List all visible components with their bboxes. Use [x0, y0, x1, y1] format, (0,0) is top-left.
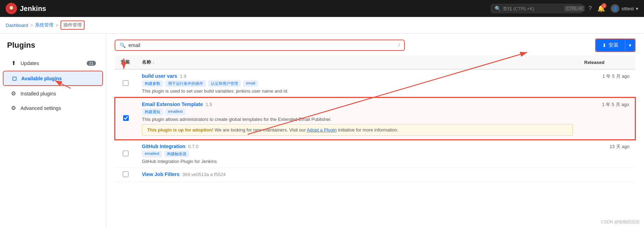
th-released: Released — [579, 55, 635, 69]
available-plugins-icon: ◻ — [11, 75, 18, 82]
plugin-tags-build-user-vars: 构建参数 用于运行条件的插件 认证和用户管理 email — [142, 80, 573, 87]
table-row: GitHub Integration 0.7.0 emailext 构建触发器 … — [115, 140, 635, 168]
breadcrumb: Dashboard > 系统管理 > 插件管理 — [0, 17, 644, 34]
header: Jenkins 🔍 CTRL+K ? 🔔 1 👤 stttest ▾ — [0, 0, 644, 17]
plugin-tag[interactable]: 构建通知 — [142, 109, 163, 115]
plugin-released-email-ext-template: 1 年 5 月 ago — [579, 98, 635, 140]
th-name-label: 名称 — [142, 59, 151, 65]
watermark: CSDN @咬晓田田田 — [601, 219, 640, 225]
sidebar-item-installed-label: Installed plugins — [21, 91, 56, 97]
breadcrumb-sep-2: > — [56, 23, 58, 28]
plugin-version-email-ext-template: 1.5 — [206, 102, 212, 107]
install-dropdown-button[interactable]: ▾ — [625, 39, 635, 51]
sidebar-item-available-plugins[interactable]: ◻ Available plugins — [3, 71, 103, 86]
plugin-checkbox-github-integration[interactable] — [123, 151, 128, 156]
plugin-tag[interactable]: 构建触发器 — [164, 151, 189, 157]
table-row: build user vars 1.9 构建参数 用于运行条件的插件 认证和用户… — [115, 69, 635, 98]
install-button-group: ⬇ 安装 ▾ — [595, 39, 636, 52]
search-slash-icon: / — [398, 42, 400, 48]
header-search-icon: 🔍 — [495, 6, 501, 11]
table-row: Email Extension Template 1.5 构建通知 emaile… — [115, 98, 635, 140]
adopt-plugin-link[interactable]: Adopt a Plugin — [307, 127, 337, 133]
user-info[interactable]: 👤 stttest ▾ — [611, 4, 638, 13]
plugin-tag[interactable]: 用于运行条件的插件 — [165, 80, 206, 87]
jenkins-logo[interactable]: Jenkins — [6, 3, 46, 14]
header-search-input[interactable] — [503, 6, 562, 11]
jenkins-logo-icon — [6, 3, 17, 14]
plugin-checkbox-email-ext-template[interactable] — [123, 115, 129, 121]
plugin-search-input[interactable] — [128, 42, 396, 48]
main-layout: Plugins ⬆ Updates 21 ◻ Available plugins… — [0, 34, 644, 228]
sidebar-item-installed-plugins[interactable]: ⚙ Installed plugins — [3, 87, 103, 100]
sidebar-title: Plugins — [0, 41, 106, 55]
plugin-released-view-job-filters — [579, 168, 635, 182]
plugin-version-build-user-vars: 1.9 — [180, 74, 186, 79]
plugin-tag[interactable]: 认证和用户管理 — [208, 80, 241, 87]
plugins-table-wrap: 安装 名称 ↓ Released — [106, 52, 644, 186]
plugin-search-wrap[interactable]: 🔍 / — [115, 40, 405, 51]
sidebar-item-advanced-label: Advanced settings — [21, 105, 61, 111]
installed-plugins-icon: ⚙ — [10, 90, 17, 97]
plugin-released-build-user-vars: 1 年 5 月 ago — [579, 69, 635, 98]
header-logo-text: Jenkins — [20, 5, 46, 13]
adoption-notice-bold: This plugin is up for adoption! — [147, 127, 213, 133]
sidebar-item-updates[interactable]: ⬆ Updates 21 — [3, 56, 103, 70]
plugin-tags-email-ext-template: 构建通知 emailext — [142, 109, 573, 115]
updates-icon: ⬆ — [10, 60, 17, 66]
plugin-tag[interactable]: email — [243, 80, 258, 87]
breadcrumb-sep-1: > — [30, 23, 33, 28]
advanced-settings-icon: ⚙ — [10, 105, 17, 111]
breadcrumb-dashboard[interactable]: Dashboard — [6, 23, 28, 28]
th-name[interactable]: 名称 ↓ — [136, 55, 579, 69]
plugin-search-icon: 🔍 — [120, 42, 126, 48]
content-area: 🔍 / ⬇ 安装 ▾ — [106, 34, 644, 228]
adoption-notice-text2: initiative for more information. — [338, 127, 398, 133]
install-label: 安装 — [609, 42, 619, 48]
plugin-checkbox-view-job-filters[interactable] — [123, 171, 128, 177]
plugin-version-github-integration: 0.7.0 — [188, 144, 199, 149]
sidebar-item-advanced-settings[interactable]: ⚙ Advanced settings — [3, 101, 103, 115]
header-search-box[interactable]: 🔍 CTRL+K — [491, 4, 583, 13]
table-row: View Job Filters 369.ve0513a a f5524 — [115, 168, 635, 182]
plugin-tag[interactable]: emailext — [165, 109, 185, 115]
adoption-notice: This plugin is up for adoption! We are l… — [142, 124, 573, 136]
plugin-checkbox-build-user-vars[interactable] — [123, 80, 128, 86]
sidebar-item-updates-label: Updates — [21, 60, 39, 66]
plugin-name-view-job-filters[interactable]: View Job Filters — [142, 171, 179, 177]
th-name-sort: ↓ — [153, 60, 155, 64]
search-shortcut: CTRL+K — [564, 6, 584, 11]
sidebar: Plugins ⬆ Updates 21 ◻ Available plugins… — [0, 34, 106, 228]
plugins-table: 安装 名称 ↓ Released — [115, 55, 636, 182]
install-button[interactable]: ⬇ 安装 — [596, 39, 625, 51]
plugin-desc-github-integration: GitHub Integration Plugin for Jenkins — [142, 159, 573, 164]
header-icons: ? 🔔 1 👤 stttest ▾ — [588, 4, 638, 13]
sidebar-item-available-label: Available plugins — [21, 76, 62, 81]
th-install: 安装 — [115, 55, 136, 69]
plugin-released-github-integration: 13 天 ago — [579, 140, 635, 168]
notification-bell[interactable]: 🔔 1 — [597, 5, 605, 12]
help-icon[interactable]: ? — [588, 5, 592, 12]
plugin-tags-github-integration: emailext 构建触发器 — [142, 151, 573, 157]
install-icon: ⬇ — [602, 42, 606, 48]
username: stttest — [621, 6, 634, 11]
plugin-version-view-job-filters: 369.ve0513a a f5524 — [182, 172, 225, 177]
adoption-notice-text1: We are looking for new maintainers. Visi… — [215, 127, 307, 133]
breadcrumb-system-manage[interactable]: 系统管理 — [35, 22, 53, 28]
plugin-desc-build-user-vars: This plugin is used to set user build va… — [142, 88, 573, 94]
breadcrumb-plugin-manage: 插件管理 — [61, 21, 85, 30]
plugin-name-email-ext-template[interactable]: Email Extension Template — [142, 101, 203, 107]
user-avatar: 👤 — [611, 4, 619, 13]
plugin-tag[interactable]: emailext — [142, 151, 162, 157]
user-chevron-icon: ▾ — [636, 6, 638, 11]
notification-badge: 1 — [602, 3, 606, 8]
plugin-desc-email-ext-template: This plugin allows administrators to cre… — [142, 117, 573, 122]
plugin-name-build-user-vars[interactable]: build user vars — [142, 73, 177, 79]
svg-point-2 — [10, 6, 13, 9]
plugin-name-github-integration[interactable]: GitHub Integration — [142, 144, 185, 149]
install-dropdown-chevron: ▾ — [629, 42, 631, 48]
plugin-tag[interactable]: 构建参数 — [142, 80, 163, 87]
updates-badge: 21 — [87, 61, 96, 66]
